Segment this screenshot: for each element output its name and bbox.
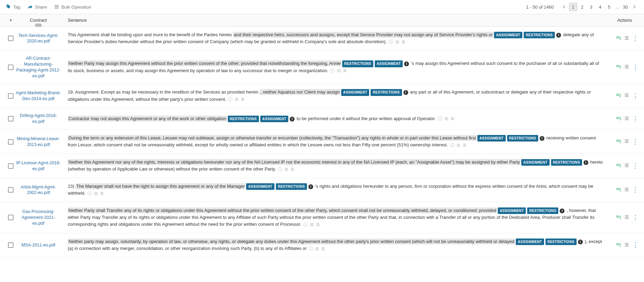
more-icon[interactable]: ⋮ [632, 241, 638, 249]
page-4[interactable]: 4 [596, 3, 604, 11]
list-icon[interactable] [624, 163, 629, 169]
assignment-badge[interactable]: ASSIGNMENT [521, 159, 550, 166]
info-icon[interactable]: ⓘ [389, 39, 393, 46]
expand-icon[interactable]: ⊞ [310, 221, 314, 228]
row-checkbox[interactable] [8, 65, 13, 70]
approve-icon[interactable] [616, 93, 621, 99]
more-icon[interactable]: ⋮ [632, 35, 638, 42]
restrictions-badge[interactable]: RESTRICTIONS [342, 60, 373, 67]
page-5[interactable]: 5 [605, 3, 613, 11]
contract-link[interactable]: Artist-Mgmt-Agmt-2002-eo.pdf [16, 184, 61, 196]
info-icon[interactable]: ⓘ [330, 67, 335, 74]
approve-icon[interactable] [616, 187, 621, 193]
approve-icon[interactable] [616, 214, 621, 221]
expand-icon[interactable]: ⊞ [284, 166, 288, 173]
header-sentence[interactable]: Sentence [61, 18, 611, 23]
list-icon[interactable] [624, 35, 629, 42]
restrictions-badge[interactable]: RESTRICTIONS [527, 207, 558, 214]
doc-icon[interactable]: 🗎 [100, 190, 104, 197]
doc-icon[interactable]: 🗎 [450, 115, 455, 122]
restrictions-badge[interactable]: RESTRICTIONS [228, 116, 259, 123]
restrictions-badge[interactable]: RESTRICTIONS [276, 183, 307, 190]
list-icon[interactable] [624, 187, 629, 193]
row-checkbox[interactable] [8, 36, 13, 41]
assignment-badge[interactable]: ASSIGNMENT [477, 135, 506, 142]
header-dropdown[interactable]: ▾ [6, 18, 16, 23]
info-icon[interactable]: ⓘ [450, 142, 455, 149]
restrictions-badge[interactable]: RESTRICTIONS [507, 135, 538, 142]
info-icon[interactable]: i [560, 208, 564, 213]
more-icon[interactable]: ⋮ [632, 138, 638, 146]
list-icon[interactable] [624, 242, 629, 249]
info-icon[interactable]: ⓘ [304, 221, 308, 228]
contract-link[interactable]: Agmt-Marketing-Brand-Dev-2014-eo.pdf [16, 90, 61, 102]
contract-link[interactable]: Gas-Processing-Agreement-2021-eo.pdf [16, 209, 61, 226]
info-icon[interactable]: ⓘ [309, 245, 313, 252]
assignment-badge[interactable]: ASSIGNMENT [498, 207, 526, 214]
doc-icon[interactable]: 🗎 [401, 39, 406, 46]
info-icon[interactable]: i [540, 136, 544, 141]
info-icon[interactable]: i [556, 33, 561, 38]
contract-link[interactable]: Mining-Mineral-Lease-2013-eo.pdf [16, 136, 61, 148]
doc-icon[interactable]: 🗎 [316, 221, 320, 228]
approve-icon[interactable] [616, 242, 621, 249]
info-icon[interactable]: ⓘ [87, 190, 92, 197]
list-icon[interactable] [624, 93, 629, 99]
more-icon[interactable]: ⋮ [632, 92, 638, 100]
row-checkbox[interactable] [8, 139, 13, 145]
assignment-badge[interactable]: ASSIGNMENT [341, 89, 370, 96]
expand-icon[interactable]: ⊞ [337, 67, 341, 74]
assignment-badge[interactable]: ASSIGNMENT [246, 183, 274, 190]
contract-link[interactable]: IP-License-Agmt-2016-eo.pdf [16, 160, 61, 172]
expand-icon[interactable]: ⊞ [445, 115, 448, 122]
info-icon[interactable]: i [308, 184, 313, 189]
doc-icon[interactable]: 🗎 [241, 96, 245, 103]
page-3[interactable]: 3 [587, 3, 595, 11]
restrictions-badge[interactable]: RESTRICTIONS [545, 239, 577, 245]
info-icon[interactable]: i [404, 61, 409, 66]
info-icon[interactable]: i [584, 160, 588, 165]
info-icon[interactable]: ⓘ [438, 115, 442, 122]
page-1[interactable]: 1 [569, 3, 577, 11]
row-checkbox[interactable] [8, 215, 13, 220]
doc-icon[interactable]: 🗎 [290, 166, 295, 173]
list-icon[interactable] [624, 116, 629, 122]
more-icon[interactable]: ⋮ [632, 162, 638, 170]
page-next[interactable] [630, 3, 638, 11]
more-icon[interactable]: ⋮ [632, 64, 638, 71]
info-icon[interactable]: ⓘ [278, 166, 282, 173]
more-icon[interactable]: ⋮ [632, 186, 638, 194]
expand-icon[interactable]: ⊞ [94, 190, 98, 197]
bulk-button[interactable]: Bulk Operation [54, 4, 91, 10]
doc-icon[interactable]: 🗎 [343, 67, 347, 74]
approve-icon[interactable] [616, 64, 621, 70]
page-prev[interactable] [560, 3, 568, 11]
tag-button[interactable]: Tag [6, 4, 20, 10]
page-2[interactable]: 2 [578, 3, 586, 11]
info-icon[interactable]: i [578, 240, 583, 244]
expand-icon[interactable]: ⊞ [395, 39, 399, 46]
row-checkbox[interactable] [8, 116, 13, 121]
restrictions-badge[interactable]: RESTRICTIONS [551, 159, 582, 166]
approve-icon[interactable] [616, 138, 621, 145]
doc-icon[interactable]: 🗎 [463, 142, 467, 149]
page-last[interactable]: 30 [621, 3, 629, 11]
info-icon[interactable]: i [290, 117, 295, 121]
approve-icon[interactable] [616, 35, 621, 42]
restrictions-badge[interactable]: RESTRICTIONS [524, 32, 555, 39]
approve-icon[interactable] [616, 163, 621, 169]
row-checkbox[interactable] [8, 163, 13, 169]
contract-link[interactable]: Drilling-Agmt-2016-eo.pdf [16, 113, 61, 125]
more-icon[interactable]: ⋮ [632, 115, 638, 123]
info-icon[interactable]: ⓘ [228, 96, 233, 103]
more-icon[interactable]: ⋮ [632, 214, 638, 221]
approve-icon[interactable] [616, 116, 621, 122]
row-checkbox[interactable] [8, 242, 13, 248]
row-checkbox[interactable] [8, 187, 13, 193]
expand-icon[interactable]: ⊞ [315, 245, 319, 252]
doc-icon[interactable]: 🗎 [321, 245, 326, 252]
contract-link[interactable]: Tech-Services-Agmt-2020-eo.pdf [16, 33, 61, 45]
contract-link[interactable]: MSA-2011-eo.pdf [16, 242, 61, 248]
contract-link[interactable]: AR-Contract-Manufacturing-Packaging-Agmt… [16, 56, 61, 79]
list-icon[interactable] [624, 214, 629, 221]
